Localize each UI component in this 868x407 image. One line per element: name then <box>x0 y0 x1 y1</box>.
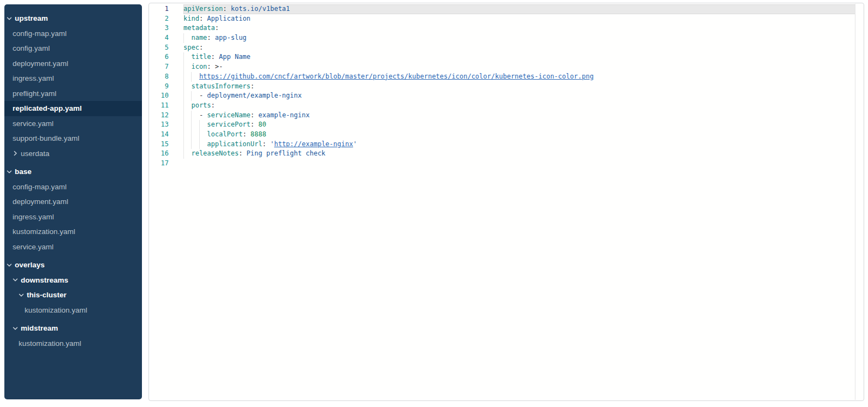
tree-file-kustomization-yaml[interactable]: kustomization.yaml <box>4 224 142 240</box>
code-token: : <box>215 24 219 32</box>
indent-guide-line <box>191 140 192 149</box>
tree-file-support-bundle-yaml[interactable]: support-bundle.yaml <box>4 131 142 146</box>
file-tree: upstreamconfig-map.yamlconfig.yamldeploy… <box>4 11 142 351</box>
tree-file-config-map-yaml[interactable]: config-map.yaml <box>4 26 142 41</box>
tree-folder-userdata[interactable]: userdata <box>4 146 142 161</box>
code-token: - <box>199 111 207 119</box>
code-line-6: 6title: App Name <box>149 52 864 62</box>
code-link[interactable]: https://github.com/cncf/artwork/blob/mas… <box>199 73 593 80</box>
code-token: title <box>191 53 211 61</box>
tree-folder-midstream[interactable]: midstream <box>4 321 142 336</box>
file-tree-sidebar: upstreamconfig-map.yamlconfig.yamldeploy… <box>4 4 142 399</box>
indent-guide-line <box>199 140 200 149</box>
tree-file-deployment-yaml[interactable]: deployment.yaml <box>4 56 142 71</box>
code-token: apiVersion <box>183 5 223 13</box>
chevron-down-icon <box>13 277 18 283</box>
code-token: : <box>251 82 254 90</box>
code-token: : <box>199 44 203 51</box>
tree-item-label: config-map.yaml <box>13 183 67 191</box>
code-line-7: 7icon: >- <box>149 62 864 72</box>
tree-file-kustomization-yaml[interactable]: kustomization.yaml <box>4 303 142 318</box>
line-number: 6 <box>149 52 169 62</box>
code-token: example-nginx <box>258 111 310 119</box>
line-number: 10 <box>149 91 169 101</box>
code-editor[interactable]: 1apiVersion: kots.io/v1beta12kind: Appli… <box>149 3 864 400</box>
indent-guide-line <box>191 120 192 130</box>
line-number: 3 <box>149 23 169 33</box>
indent-guide-line <box>183 82 184 92</box>
tree-item-label: upstream <box>15 14 48 22</box>
code-line-3: 3metadata: <box>149 23 864 33</box>
indent-guide-line <box>183 140 184 149</box>
chevron-right-icon <box>13 151 18 156</box>
tree-file-config-yaml[interactable]: config.yaml <box>4 41 142 56</box>
tree-folder-overlays[interactable]: overlays <box>4 258 142 273</box>
line-number: 11 <box>149 101 169 111</box>
code-token: : <box>239 149 246 157</box>
tree-folder-downstreams[interactable]: downstreams <box>4 273 142 288</box>
line-content: ports: <box>183 101 855 111</box>
code-line-17: 17 <box>149 159 864 169</box>
indent-guide-line <box>191 91 192 101</box>
tree-item-label: base <box>15 167 32 176</box>
code-token: ' <box>353 140 357 148</box>
indent-guide-line <box>183 149 184 159</box>
code-line-2: 2kind: Application <box>149 14 864 24</box>
line-number: 4 <box>149 33 169 43</box>
code-line-1: 1apiVersion: kots.io/v1beta1 <box>149 4 864 14</box>
indent-guide-line <box>183 52 184 62</box>
code-line-10: 10- deployment/example-nginx <box>149 91 864 101</box>
line-content: icon: >- <box>183 62 855 72</box>
tree-item-label: ingress.yaml <box>13 74 54 82</box>
code-line-12: 12- serviceName: example-nginx <box>149 111 864 121</box>
tree-file-service-yaml[interactable]: service.yaml <box>4 240 142 255</box>
indent-guide-line <box>183 91 184 101</box>
tree-file-config-map-yaml[interactable]: config-map.yaml <box>4 179 142 195</box>
tree-item-label: deployment.yaml <box>13 197 68 206</box>
code-token: kots.io/v1beta1 <box>231 5 290 13</box>
line-number: 16 <box>149 149 169 159</box>
line-content: - serviceName: example-nginx <box>183 111 855 121</box>
code-token: : <box>223 5 230 13</box>
code-token: kind <box>183 15 199 22</box>
line-content: - deployment/example-nginx <box>183 91 855 101</box>
code-token: : <box>207 34 215 41</box>
code-token: : <box>251 111 258 119</box>
tree-item-label: support-bundle.yaml <box>13 134 79 142</box>
tree-item-label: downstreams <box>21 276 68 284</box>
line-content: statusInformers: <box>183 82 855 92</box>
tree-file-kustomization-yaml[interactable]: kustomization.yaml <box>4 336 142 351</box>
line-number: 7 <box>149 62 169 72</box>
code-line-8: 8https://github.com/cncf/artwork/blob/ma… <box>149 72 864 82</box>
tree-item-label: deployment.yaml <box>13 59 68 68</box>
code-token: : <box>251 121 258 128</box>
tree-file-replicated-app-yaml[interactable]: replicated-app.yaml <box>4 101 142 116</box>
tree-item-label: service.yaml <box>13 119 53 128</box>
line-number: 9 <box>149 82 169 92</box>
indent-guide-line <box>183 62 184 72</box>
line-number: 8 <box>149 72 169 82</box>
code-token: icon <box>191 63 207 70</box>
tree-folder-base[interactable]: base <box>4 164 142 179</box>
tree-item-label: ingress.yaml <box>13 213 54 221</box>
code-token: : <box>207 63 215 70</box>
tree-file-service-yaml[interactable]: service.yaml <box>4 116 142 131</box>
tree-folder-this-cluster[interactable]: this-cluster <box>4 288 142 303</box>
line-number: 14 <box>149 130 169 140</box>
tree-file-deployment-yaml[interactable]: deployment.yaml <box>4 194 142 210</box>
tree-file-preflight-yaml[interactable]: preflight.yaml <box>4 86 142 101</box>
line-content: kind: Application <box>183 14 855 24</box>
tree-item-label: replicated-app.yaml <box>13 104 82 112</box>
code-link[interactable]: http://example-nginx <box>274 140 353 148</box>
indent-guide-line <box>199 130 200 140</box>
tree-item-label: midstream <box>21 324 58 332</box>
tree-item-label: config.yaml <box>13 44 50 52</box>
line-content <box>183 159 855 169</box>
line-content: metadata: <box>183 23 855 33</box>
line-content: apiVersion: kots.io/v1beta1 <box>183 4 855 14</box>
tree-file-ingress-yaml[interactable]: ingress.yaml <box>4 210 142 225</box>
line-content: localPort: 8888 <box>183 130 855 140</box>
tree-file-ingress-yaml[interactable]: ingress.yaml <box>4 71 142 86</box>
tree-folder-upstream[interactable]: upstream <box>4 11 142 26</box>
code-token: - <box>199 92 207 99</box>
